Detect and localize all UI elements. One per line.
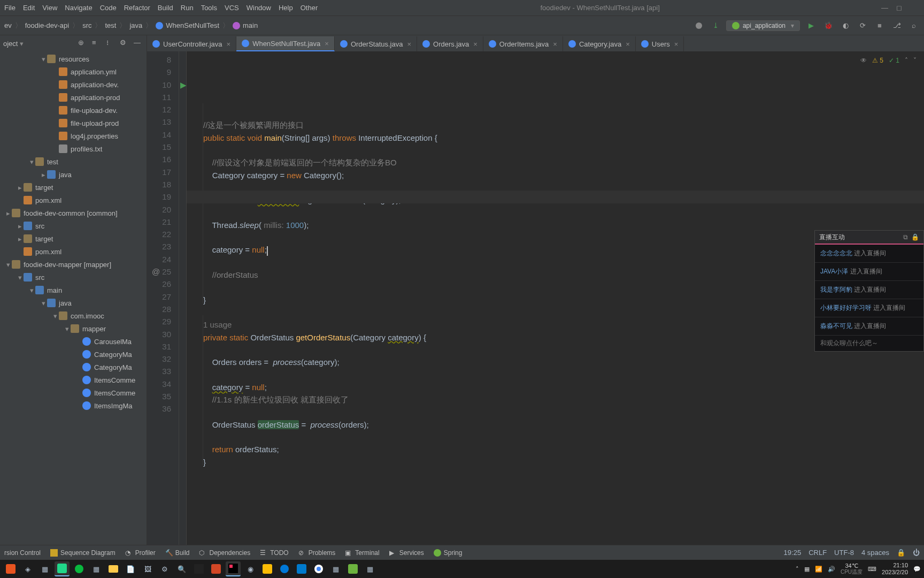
eye-icon[interactable]: 👁 <box>860 55 867 67</box>
code-line[interactable] <box>203 141 924 153</box>
code-line[interactable]: category = null; <box>203 378 924 390</box>
editor-tab[interactable]: Orders.java× <box>417 36 483 51</box>
chevron-down-icon[interactable]: ▾ <box>20 40 24 48</box>
taskbar-pycharm-icon[interactable] <box>55 561 70 576</box>
code-line[interactable]: Orders orders = process(category); <box>203 353 924 365</box>
window-maximize-icon[interactable]: ◻ <box>896 4 905 12</box>
taskbar-app-icon[interactable]: ▦ <box>363 561 378 576</box>
tree-node[interactable]: CarouselMa <box>0 335 147 348</box>
taskbar-intellij-icon[interactable] <box>226 561 241 576</box>
code-editor[interactable]: 89101112131415161718192021222324@ 252627… <box>147 51 924 545</box>
code-line[interactable] <box>203 365 924 377</box>
tree-node[interactable]: ▾com.imooc <box>0 309 147 322</box>
taskbar-app-icon[interactable] <box>260 561 275 576</box>
close-icon[interactable]: × <box>473 40 478 48</box>
code-line[interactable]: //假设这个对象是前端返回的一个结构复杂的业务BO <box>203 153 924 165</box>
breadcrumb-part[interactable]: foodie-dev-api <box>25 21 69 29</box>
window-minimize-icon[interactable]: — <box>881 4 890 12</box>
tray-icon[interactable]: 📶 <box>815 566 822 573</box>
tree-node[interactable]: ▸foodie-dev-common [common] <box>0 207 147 219</box>
editor-tab[interactable]: Users× <box>636 36 684 51</box>
menu-edit[interactable]: Edit <box>23 4 35 12</box>
editor-tab[interactable]: WhenSetNullTest.java× <box>236 36 335 51</box>
tool-dependencies[interactable]: ⬡Dependencies <box>199 549 250 557</box>
plugin-icon[interactable]: ⏻ <box>913 549 920 557</box>
menu-build[interactable]: Build <box>158 4 173 12</box>
tray-clock[interactable]: 21:10 2023/2/20 <box>882 562 908 576</box>
breadcrumb-part[interactable]: java <box>129 21 142 29</box>
taskbar-search-icon[interactable]: 🔍 <box>174 561 189 576</box>
live-chat-panel[interactable]: 直播互动 ⧉ 🔒 念念念念北 进入直播间JAVA小泽 进入直播间我是李阿豹 进入… <box>814 230 924 352</box>
expand-all-icon[interactable]: ≡ <box>92 39 102 48</box>
status-encoding[interactable]: UTF-8 <box>834 549 854 557</box>
codewithme-icon[interactable] <box>693 20 705 32</box>
run-config-dropdown[interactable]: api_application ▾ <box>726 20 800 31</box>
menu-window[interactable]: Window <box>247 4 271 12</box>
taskbar-app-icon[interactable]: ▦ <box>328 561 343 576</box>
up-arrow-icon[interactable]: ˄ <box>905 55 908 67</box>
editor-tab[interactable]: OrderStatus.java× <box>335 36 417 51</box>
menu-vcs[interactable]: VCS <box>225 4 239 12</box>
code-line[interactable]: Thread.sleep( millis: 1000); <box>203 216 924 228</box>
taskbar-obs-icon[interactable]: ◉ <box>243 561 258 576</box>
close-icon[interactable]: × <box>325 40 329 48</box>
tool-sequence-diagram[interactable]: Sequence Diagram <box>50 549 116 557</box>
tree-node[interactable]: ▾resources <box>0 52 147 65</box>
tree-node[interactable]: log4j.properties <box>0 130 147 142</box>
search-button[interactable]: ⌕ <box>908 20 920 32</box>
stop-button[interactable]: ■ <box>874 20 886 32</box>
tree-node[interactable]: pom.xml <box>0 245 147 258</box>
settings-gear-icon[interactable]: ⚙ <box>120 39 129 48</box>
tree-node[interactable]: ItemsImgMa <box>0 399 147 412</box>
code-area[interactable]: 👁 ⚠ 5 ✓ 1 ˄ ˅ //这是一个被频繁调用的接口public stati… <box>187 51 924 545</box>
tree-node[interactable]: application-dev. <box>0 78 147 91</box>
line-gutter[interactable]: 89101112131415161718192021222324@ 252627… <box>147 51 179 545</box>
breadcrumb[interactable]: ev〉 foodie-dev-api〉 src〉 test〉 java〉 Whe… <box>4 21 258 31</box>
menu-navigate[interactable]: Navigate <box>65 4 92 12</box>
menu-code[interactable]: Code <box>100 4 117 12</box>
close-icon[interactable]: × <box>553 40 557 48</box>
code-line[interactable] <box>203 203 924 216</box>
tree-node[interactable]: ▾java <box>0 296 147 309</box>
close-icon[interactable]: × <box>626 40 630 48</box>
tree-node[interactable]: ▸target <box>0 181 147 194</box>
code-line[interactable]: return orderStatus; <box>203 440 924 452</box>
taskbar-image-icon[interactable]: 🖼 <box>140 561 155 576</box>
tree-node[interactable]: file-upload-dev. <box>0 104 147 117</box>
code-line[interactable] <box>203 178 924 191</box>
taskbar-app-icon[interactable] <box>345 561 360 576</box>
taskbar-activities-icon[interactable] <box>3 561 18 576</box>
taskbar-notepad-icon[interactable]: 📄 <box>123 561 138 576</box>
tree-node[interactable]: ▾foodie-dev-mapper [mapper] <box>0 258 147 271</box>
git-button[interactable]: ⎇ <box>891 20 903 32</box>
taskbar-wechat-icon[interactable] <box>72 561 87 576</box>
tree-node[interactable]: ▸src <box>0 219 147 232</box>
tray-icon[interactable]: ⌨ <box>868 566 876 573</box>
breadcrumb-part[interactable]: WhenSetNullTest <box>166 21 219 29</box>
tray-icon[interactable]: ˄ <box>796 566 799 573</box>
taskbar-app-icon[interactable] <box>191 561 206 576</box>
inspection-widget[interactable]: 👁 ⚠ 5 ✓ 1 ˄ ˅ <box>860 55 917 67</box>
select-opened-file-icon[interactable]: ⊕ <box>78 39 88 48</box>
close-icon[interactable]: × <box>674 40 679 48</box>
tree-node[interactable]: application.yml <box>0 65 147 78</box>
project-tree[interactable]: ▾resourcesapplication.ymlapplication-dev… <box>0 51 147 545</box>
code-line[interactable]: OrderStatus orderStatus = process(orders… <box>203 415 924 428</box>
taskbar-explorer-icon[interactable] <box>106 561 121 576</box>
code-line[interactable] <box>203 465 924 477</box>
tree-node[interactable]: profiles.txt <box>0 142 147 155</box>
tree-node[interactable]: CategoryMa <box>0 361 147 374</box>
tray-notif-icon[interactable]: 💬 <box>913 566 921 573</box>
status-eol[interactable]: CRLF <box>808 549 827 557</box>
breadcrumb-part[interactable]: test <box>105 21 116 29</box>
code-line[interactable] <box>203 103 924 116</box>
run-gutter-icon[interactable]: ▶ <box>180 79 187 91</box>
tree-node[interactable]: file-upload-prod <box>0 117 147 130</box>
menu-run[interactable]: Run <box>181 4 194 12</box>
profile-button[interactable]: ⟳ <box>857 20 868 32</box>
system-tray[interactable]: ˄ ▦ 📶 🔊 34℃ CPU温度 ⌨ 21:10 2023/2/20 💬 <box>796 562 921 576</box>
tree-node[interactable]: ▸java <box>0 168 147 181</box>
down-arrow-icon[interactable]: ˅ <box>913 55 917 67</box>
code-line[interactable] <box>203 402 924 415</box>
taskbar-chrome-icon[interactable] <box>311 561 326 576</box>
